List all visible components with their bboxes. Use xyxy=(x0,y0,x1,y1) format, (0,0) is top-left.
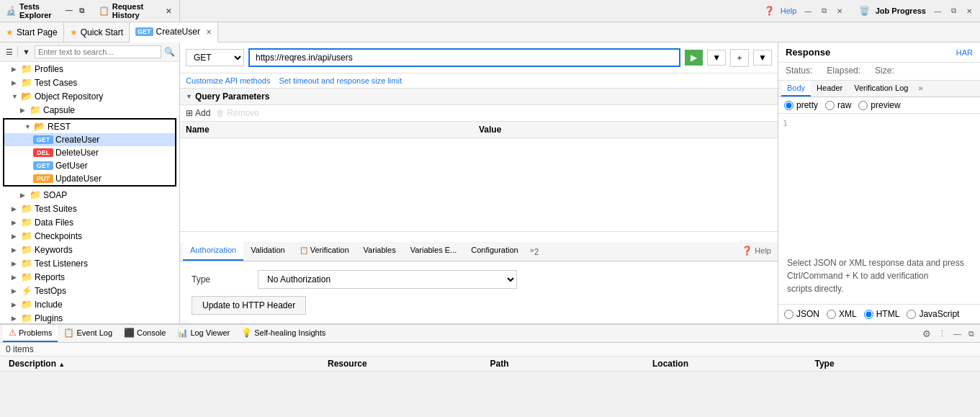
url-input[interactable] xyxy=(248,48,680,67)
tab-quick-start[interactable]: ★ Quick Start xyxy=(64,22,130,42)
job-min-btn[interactable]: — xyxy=(932,6,943,16)
bot-tab-console[interactable]: ⬛ Console xyxy=(118,325,171,342)
tree-item-delete-user[interactable]: DEL DeleteUser xyxy=(4,146,175,159)
minimize-bottom-btn[interactable]: — xyxy=(950,328,964,339)
auth-type-select[interactable]: No Authorization Basic Auth Bearer Token… xyxy=(258,270,517,289)
folder-icon: 📁 xyxy=(21,63,32,74)
tree-item-create-user[interactable]: GET CreateUser xyxy=(4,133,175,146)
toolbar-action-btn[interactable]: ▼ xyxy=(19,46,33,58)
tab-configuration[interactable]: Configuration xyxy=(464,242,525,261)
bottom-panel: ⚠ Problems 📋 Event Log ⬛ Console 📊 Log V… xyxy=(0,323,980,417)
bot-tab-self-healing[interactable]: 💡 Self-healing Insights xyxy=(235,325,331,342)
tree-item-data-files[interactable]: ▶ 📁 Data Files xyxy=(0,215,179,229)
tab-close-create-user[interactable]: ✕ xyxy=(206,28,212,36)
html-radio-input[interactable] xyxy=(864,310,873,319)
minimize-left-btn[interactable]: — xyxy=(63,6,75,16)
bot-tab-event-log[interactable]: 📋 Event Log xyxy=(58,325,118,342)
tab-start-page[interactable]: ★ Start Page xyxy=(0,22,64,42)
xml-radio[interactable]: XML xyxy=(827,309,857,319)
auth-content: Type No Authorization Basic Auth Bearer … xyxy=(180,261,778,323)
filter-icon[interactable]: ⚙ xyxy=(920,327,934,341)
expand-arrow: ▶ xyxy=(12,274,19,281)
tree-item-keywords[interactable]: ▶ 📁 Keywords xyxy=(0,243,179,256)
auth-help-btn[interactable]: ❓ Help xyxy=(738,242,775,261)
tree-item-test-listeners[interactable]: ▶ 📁 Test Listeners xyxy=(0,256,179,270)
resp-tab-body[interactable]: Body xyxy=(781,81,811,97)
job-close-btn[interactable]: ✕ xyxy=(964,6,974,16)
tab-create-user[interactable]: GET CreateUser ✕ xyxy=(130,22,218,42)
xml-radio-input[interactable] xyxy=(827,310,836,319)
create-user-method-badge: GET xyxy=(135,27,153,36)
restore-left-btn[interactable]: ⧉ xyxy=(77,6,86,16)
help-label[interactable]: Help xyxy=(781,6,797,15)
raw-radio-input[interactable] xyxy=(825,101,835,110)
tree-label: Keywords xyxy=(35,245,73,255)
tree-item-get-user[interactable]: GET GetUser xyxy=(4,159,175,172)
search-icon[interactable]: 🔍 xyxy=(163,45,176,58)
resp-more-tabs[interactable]: » xyxy=(914,81,927,97)
maximize-bottom-btn[interactable]: ⧉ xyxy=(966,328,977,340)
method-select[interactable]: GET POST PUT DELETE PATCH xyxy=(186,49,244,66)
job-restore-btn[interactable]: ⧉ xyxy=(949,6,958,16)
har-link[interactable]: HAR xyxy=(956,48,973,57)
pretty-radio[interactable]: pretty xyxy=(784,100,818,110)
tree-item-reports[interactable]: ▶ 📁 Reports xyxy=(0,270,179,284)
tab-validation[interactable]: Validation xyxy=(243,242,292,261)
tree-item-test-suites[interactable]: ▶ 📁 Test Suites xyxy=(0,202,179,215)
resp-tab-header[interactable]: Header xyxy=(811,81,848,97)
tree-item-include[interactable]: ▶ 📁 Include xyxy=(0,297,179,311)
tab-authorization[interactable]: Authorization xyxy=(183,242,243,261)
tests-explorer-panel: ☰ ▼ 🔍 ▶ 📁 Profiles ▶ 📁 Test Cases ▼ 📂 xyxy=(0,42,180,323)
json-radio-input[interactable] xyxy=(784,310,794,319)
tree-item-soap[interactable]: ▶ 📁 SOAP xyxy=(0,188,179,202)
tree-item-update-user[interactable]: PUT UpdateUser xyxy=(4,172,175,185)
preview-radio-input[interactable] xyxy=(858,101,868,110)
js-radio[interactable]: JavaScript xyxy=(907,309,959,319)
del-badge: DEL xyxy=(33,148,53,157)
json-radio[interactable]: JSON xyxy=(784,309,819,319)
close-history-btn[interactable]: ✕ xyxy=(163,6,174,16)
resp-tab-verification-log[interactable]: Verification Log xyxy=(848,81,914,97)
tab-variables[interactable]: Variables xyxy=(356,242,403,261)
bot-tab-problems[interactable]: ⚠ Problems xyxy=(3,325,58,342)
configure-icon[interactable]: ⋮ xyxy=(935,328,949,340)
tree: ▶ 📁 Profiles ▶ 📁 Test Cases ▼ 📂 Object R… xyxy=(0,62,179,323)
tree-item-capsule[interactable]: ▶ 📁 Capsule xyxy=(0,103,179,117)
add-request-btn[interactable]: ＋ xyxy=(730,49,749,67)
add-param-btn[interactable]: ⊞ Add xyxy=(186,108,210,118)
toolbar-menu-btn[interactable]: ☰ xyxy=(3,46,16,58)
raw-radio[interactable]: raw xyxy=(825,100,851,110)
params-toolbar: ⊞ Add 🗑 Remove xyxy=(180,105,778,122)
html-radio[interactable]: HTML xyxy=(864,309,900,319)
pretty-radio-input[interactable] xyxy=(784,101,794,110)
help-close-btn[interactable]: ✕ xyxy=(835,6,845,16)
tree-item-object-repository[interactable]: ▼ 📂 Object Repository xyxy=(0,89,179,103)
search-input[interactable] xyxy=(35,45,161,58)
expand-arrow: ▶ xyxy=(12,315,19,322)
tree-item-rest[interactable]: ▼ 📂 REST xyxy=(4,120,175,133)
tab-verification[interactable]: 📋 Verification xyxy=(292,242,356,261)
run-dropdown-btn[interactable]: ▼ xyxy=(707,50,726,66)
help-restore-btn[interactable]: ⧉ xyxy=(819,6,829,16)
timeout-link[interactable]: Set timeout and response size limit xyxy=(279,76,402,85)
tree-item-test-cases[interactable]: ▶ 📁 Test Cases xyxy=(0,76,179,89)
tree-item-profiles[interactable]: ▶ 📁 Profiles xyxy=(0,62,179,76)
tree-item-plugins[interactable]: ▶ 📁 Plugins xyxy=(0,311,179,323)
preview-radio[interactable]: preview xyxy=(858,100,900,110)
run-button[interactable]: ▶ xyxy=(685,50,703,66)
tab-variables-e[interactable]: Variables E... xyxy=(403,242,464,261)
healing-icon: 💡 xyxy=(241,328,252,338)
tree-item-testops[interactable]: ▶ ⚡ TestOps xyxy=(0,284,179,297)
tree-label: Test Listeners xyxy=(35,259,88,269)
js-radio-input[interactable] xyxy=(907,310,916,319)
update-to-header-btn[interactable]: Update to HTTP Header xyxy=(192,296,306,315)
collapse-arrow[interactable]: ▼ xyxy=(186,93,192,100)
remove-param-btn[interactable]: 🗑 Remove xyxy=(216,108,259,118)
tree-item-checkpoints[interactable]: ▶ 📁 Checkpoints xyxy=(0,229,179,243)
help-min-btn[interactable]: — xyxy=(802,6,814,16)
bot-tab-log-viewer[interactable]: 📊 Log Viewer xyxy=(171,325,235,342)
more-options-btn[interactable]: ▼ xyxy=(753,50,772,66)
more-tabs[interactable]: »2 xyxy=(526,242,544,261)
console-icon: ⬛ xyxy=(124,328,135,338)
customize-api-link[interactable]: Customize API methods xyxy=(186,76,270,85)
